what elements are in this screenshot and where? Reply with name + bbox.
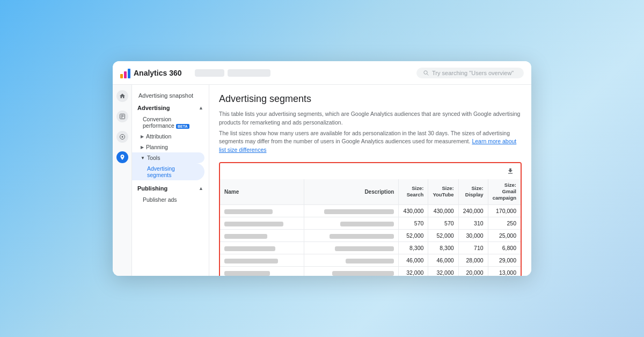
svg-line-1 [427, 74, 429, 76]
cell-size-search: 430,000 [399, 204, 428, 217]
table-row: 52,00052,00030,00025,000 [220, 229, 521, 241]
sidebar-section-advertising[interactable]: Advertising ▲ [132, 102, 209, 114]
table-row: 8,3008,3007106,800 [220, 241, 521, 254]
table-row: 46,00046,00028,00029,000 [220, 254, 521, 266]
page-title: Advertising segments [219, 93, 522, 105]
app-window: Analytics 360 Try searching "Users overv… [113, 61, 531, 276]
cell-size-display: 30,000 [458, 229, 488, 241]
cell-size-display: 28,000 [458, 254, 488, 266]
table-row: 32,00032,00020,00013,000 [220, 266, 521, 276]
cell-name [220, 266, 304, 276]
sidebar-section-publishing-label: Publishing [137, 185, 167, 192]
cell-size-display: 310 [458, 217, 488, 229]
sidebar-icon-explore[interactable] [116, 131, 128, 143]
cell-description [304, 229, 398, 241]
cell-name [220, 217, 304, 229]
cell-size-gmail: 250 [488, 217, 521, 229]
cell-size-search: 8,300 [399, 241, 428, 254]
description-2-text: The list sizes show how many users are a… [219, 130, 510, 145]
col-header-size-display: Size:Display [458, 179, 488, 205]
col-header-description: Description [304, 179, 398, 205]
sidebar-item-advertising-segments[interactable]: Advertising segments [132, 163, 204, 180]
search-bar[interactable]: Try searching "Users overview" [416, 68, 524, 78]
table-actions [220, 163, 521, 179]
cell-size-youtube: 8,300 [428, 241, 458, 254]
sidebar-item-planning-label: Planning [146, 144, 168, 150]
pill-2 [228, 69, 270, 77]
cell-size-search: 46,000 [399, 254, 428, 266]
table-wrapper: Name Description Size:Search Size:YouTub… [219, 162, 522, 276]
chevron-up-icon-2: ▲ [199, 186, 203, 191]
cell-size-display: 240,000 [458, 204, 488, 217]
cell-size-youtube: 430,000 [428, 204, 458, 217]
cell-name [220, 229, 304, 241]
svg-point-7 [121, 136, 123, 138]
search-placeholder: Try searching "Users overview" [432, 70, 514, 76]
cell-description [304, 241, 398, 254]
app-title: Analytics 360 [134, 69, 182, 77]
sidebar-item-attribution[interactable]: ▶ Attribution [132, 131, 209, 142]
icon-sidebar [113, 85, 132, 276]
cell-description [304, 204, 398, 217]
table-row: 570570310250 [220, 217, 521, 229]
cell-size-gmail: 6,800 [488, 241, 521, 254]
cell-name [220, 254, 304, 266]
export-button[interactable] [504, 165, 516, 177]
sidebar-item-tools[interactable]: ▼ Tools [132, 152, 204, 163]
cell-size-search: 32,000 [399, 266, 428, 276]
cell-size-search: 52,000 [399, 229, 428, 241]
beta-badge: BETA [176, 124, 189, 129]
cell-description [304, 254, 398, 266]
description-2: The list sizes show how many users are a… [219, 129, 522, 155]
cell-size-display: 20,000 [458, 266, 488, 276]
cell-size-youtube: 52,000 [428, 229, 458, 241]
sidebar-item-conversion[interactable]: Conversion performanceBETA [132, 114, 209, 131]
col-header-name: Name [220, 179, 304, 205]
table-header-row: Name Description Size:Search Size:YouTub… [220, 179, 521, 205]
cell-size-youtube: 46,000 [428, 254, 458, 266]
pill-1 [195, 69, 224, 77]
sidebar-item-advertising-snapshot[interactable]: Advertising snapshot [132, 89, 209, 102]
cell-size-display: 710 [458, 241, 488, 254]
cell-size-search: 570 [399, 217, 428, 229]
col-header-size-gmail: Size:Gmail campaign [488, 179, 521, 205]
main-area: Advertising snapshot Advertising ▲ Conve… [113, 85, 531, 276]
sidebar-section-publishing[interactable]: Publishing ▲ [132, 182, 209, 194]
sidebar-item-tools-label: Tools [147, 155, 160, 161]
table-row: 430,000430,000240,000170,000 [220, 204, 521, 217]
cell-size-gmail: 29,000 [488, 254, 521, 266]
cell-name [220, 204, 304, 217]
segments-table: Name Description Size:Search Size:YouTub… [220, 179, 521, 276]
cell-size-youtube: 32,000 [428, 266, 458, 276]
cell-size-gmail: 25,000 [488, 229, 521, 241]
table-body: 430,000430,000240,000170,000570570310250… [220, 204, 521, 276]
topbar-pills [195, 69, 417, 77]
description-1: This table lists your advertising segmen… [219, 110, 522, 127]
sidebar-icon-reports[interactable] [116, 111, 128, 122]
content-area: Advertising segments This table lists yo… [209, 85, 531, 276]
cell-description [304, 217, 398, 229]
sidebar-icon-advertising[interactable] [116, 151, 128, 163]
col-header-size-youtube: Size:YouTube [428, 179, 458, 205]
chevron-right-icon-2: ▶ [141, 145, 144, 150]
sidebar-item-publisher-ads[interactable]: Publisher ads [132, 194, 209, 205]
topbar: Analytics 360 Try searching "Users overv… [113, 61, 531, 85]
cell-size-youtube: 570 [428, 217, 458, 229]
cell-size-gmail: 13,000 [488, 266, 521, 276]
app-logo: Analytics 360 [120, 68, 188, 78]
sidebar-icon-home[interactable] [116, 90, 128, 102]
sidebar-section-advertising-label: Advertising [137, 105, 170, 111]
cell-description [304, 266, 398, 276]
analytics-icon [120, 68, 130, 78]
chevron-down-icon: ▼ [141, 156, 145, 160]
sidebar-nav: Advertising snapshot Advertising ▲ Conve… [132, 85, 209, 276]
chevron-up-icon: ▲ [199, 105, 203, 111]
sidebar-item-planning[interactable]: ▶ Planning [132, 142, 209, 152]
search-icon [423, 70, 429, 76]
col-header-size-search: Size:Search [399, 179, 428, 205]
chevron-right-icon: ▶ [141, 134, 144, 139]
sidebar-item-attribution-label: Attribution [146, 133, 171, 140]
cell-size-gmail: 170,000 [488, 204, 521, 217]
cell-name [220, 241, 304, 254]
